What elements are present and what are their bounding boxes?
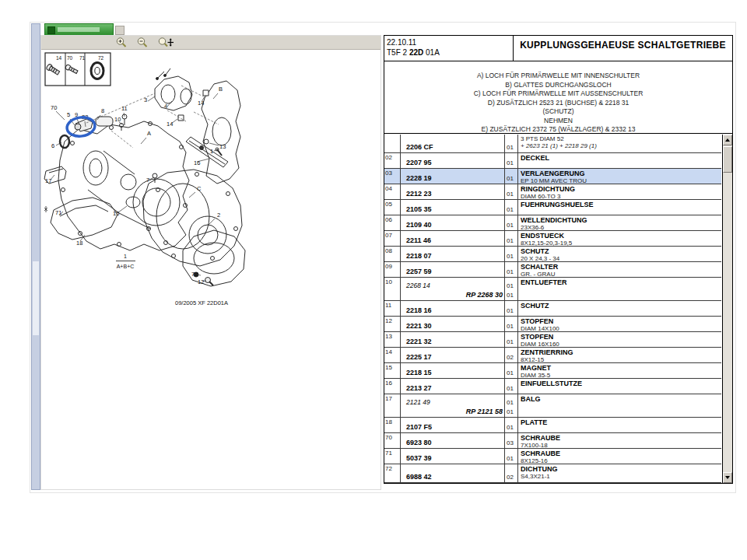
row-index: 71 [384,449,401,464]
part-name-cell: SCHALTERGR. - GRAU [518,262,721,277]
part-name: STOPFEN [521,317,721,325]
callout-14: 14 [167,121,173,128]
row-index: 13 [384,332,401,347]
zoom-in-icon[interactable] [115,37,131,48]
table-row[interactable]: 182107 F501PLATTE [384,418,721,433]
table-row[interactable]: 142225 1702ZENTRIERRING8X12-15 [384,348,721,363]
part-ref: 6988 42 [401,473,504,482]
callout-8: 8 [101,107,104,114]
part-name: STOPFEN [521,333,721,341]
table-row[interactable]: 092257 5901SCHALTERGR. - GRAU [384,262,721,278]
doc-date: 22.10.11 [387,37,513,47]
table-row[interactable]: 726988 4202DICHTUNGS4,3X21-1 [384,464,721,483]
qty: 01 [505,338,517,347]
part-ref: 2221 32 [401,338,504,347]
part-ref-cell: 2268 14RP 2268 30 [401,278,505,300]
scrollbar-thumb[interactable] [723,146,732,173]
table-row[interactable]: 072211 4601ENDSTUECK8X12,15-20,3-19,5 [384,231,721,247]
part-name: MAGNET [521,364,721,372]
part-ref-cell: 2228 19 [401,169,505,184]
qty-cell: 01 [505,317,518,331]
part-ref-cell: 2257 59 [401,262,505,277]
table-row[interactable]: 042212 2301RINGDICHTUNGDIAM 60-TO 3 [384,184,721,200]
scroll-up-button[interactable] [723,135,732,145]
table-row[interactable]: 706923 8003SCHRAUBE7X100-18 [384,433,721,449]
qty-cell: 02 [505,464,518,482]
arrow-up-icon [725,138,730,142]
part-name: RINGDICHTUNG [521,185,721,193]
table-row[interactable]: 715037 3901SCHRAUBE8X125-16 [384,449,721,464]
table-row[interactable]: 152218 1501MAGNETDIAM 35-5 [384,363,721,379]
part-name: WELLENDICHTUNG [521,216,721,224]
scroll-down-button[interactable] [723,472,732,483]
callout-14: 14 [198,100,204,107]
part-name-cell: WELLENDICHTUNG23X36-6 [518,215,721,230]
part-ref-cell: 2105 35 [401,200,505,215]
doc-code: T5F 2 22D 01A [387,47,513,58]
table-row[interactable]: 172121 49RP 2121 580101BALG [384,394,721,418]
qty: 02 [505,473,517,482]
callout-10: 10 [114,116,121,123]
qty: 01 [505,384,517,394]
table-row[interactable]: 022207 9501DECKEL [384,153,721,169]
zoom-pan-icon[interactable] [157,37,173,48]
table-row[interactable]: 132221 3201STOPFENDIAM 16X160 [384,332,721,348]
doc-code-prefix: T5F 2 [387,48,409,57]
row-index: 10 [384,278,401,300]
row-index: 18 [384,418,401,432]
part-ref: 2218 16 [401,306,504,316]
part-name: SCHUTZ [521,302,721,310]
qty: 01 [505,268,517,277]
part-name-cell: SCHRAUBE7X100-18 [518,433,721,448]
table-scrollbar[interactable] [722,135,732,483]
doc-code-suffix: 01A [423,48,440,57]
table-row[interactable]: 2206 CF013 PTS DIAM 52+ 2623 21 (1) + 22… [384,135,721,153]
part-name: DICHTUNG [521,465,721,473]
part-detail: DIAM 14X100 [521,325,721,331]
table-row[interactable]: 082218 0701SCHUTZ20 X 24,3 - 34 [384,247,721,262]
qty-cell: 01 [505,215,518,230]
table-row[interactable]: 102268 14RP 2268 300101ENTLUEFTER [384,278,721,301]
row-index: 07 [384,231,401,246]
row-index: 02 [384,153,401,168]
left-scrollbar[interactable] [31,23,40,490]
part-ref-cell: 2225 17 [401,348,505,362]
table-row[interactable]: 032228 1901VERLAENGERUNGEP 10 MM AVEC TR… [384,169,721,184]
zoom-out-icon[interactable] [136,37,152,48]
part-ref-cell: 2121 49RP 2121 58 [401,394,505,417]
qty: 01 [505,174,517,184]
callout-5: 5 [67,111,70,118]
active-green-tab[interactable] [44,23,114,35]
fraction-note: 1 A+B+C [116,254,135,269]
table-row[interactable]: 052105 3501FUEHRUNGSHUELSE [384,200,721,215]
part-name: SCHALTER [521,263,721,271]
part-ref: 5037 39 [401,454,504,464]
part-detail: 8X12,15-20,3-19,5 [521,240,721,246]
part-ref: 2218 15 [401,369,504,378]
callout-6: 6 [51,142,54,149]
part-detail: DIAM 60-TO 3 [521,193,721,199]
note-line: (SCHUTZ) [384,107,732,117]
part-ref-cell: 2213 27 [401,379,505,394]
qty: 01 [505,143,517,152]
table-row[interactable]: 162213 2701EINFUELLSTUTZE [384,379,721,394]
part-ref-cell: 2206 CF [401,135,505,152]
qty: 01 [505,454,517,464]
part-detail: S4,3X21-1 [521,473,721,480]
table-row[interactable]: 062109 4001WELLENDICHTUNG23X36-6 [384,215,721,231]
table-row[interactable]: 112218 1601SCHUTZ [384,301,721,317]
part-ref: 2257 59 [401,268,504,277]
callout-4: 4 [164,103,167,110]
left-scrollbar-thumb[interactable] [33,261,39,335]
part-name-cell: PLATTE [518,418,721,432]
tab-label-area [58,27,100,32]
callout-71: 71 [55,209,61,216]
part-name: PLATTE [521,418,721,426]
part-ref: 2207 95 [401,159,504,168]
row-index: 06 [384,215,401,230]
callout-A: A [147,130,151,137]
qty: 01 [505,252,517,261]
table-row[interactable]: 122221 3001STOPFENDIAM 14X100 [384,317,721,332]
inactive-tab-stub[interactable] [115,26,124,35]
qty-cell: 01 [505,332,518,347]
